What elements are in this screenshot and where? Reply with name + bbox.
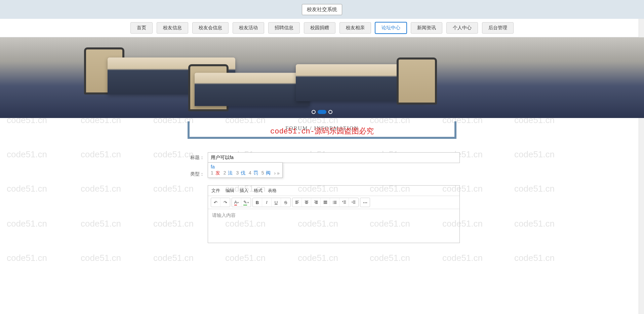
text-color-button[interactable]: A▾ — [232, 198, 241, 207]
section-title: FORUM / INFORMATION code51.cn-源码乐园盗图必究 — [188, 121, 456, 139]
ime-candidates: 1 发2 法3 伐4 罚5 阀› » — [211, 170, 280, 176]
hero-banner — [0, 37, 644, 118]
list-button[interactable] — [330, 198, 339, 207]
watermark-text: code51.cn — [81, 184, 121, 194]
bg-color-button[interactable]: ✎▾ — [241, 198, 251, 207]
scrollbar[interactable] — [639, 0, 644, 243]
nav-item[interactable]: 新闻资讯 — [411, 22, 442, 34]
align-center-button[interactable] — [302, 198, 311, 207]
align-left-button[interactable] — [292, 198, 302, 207]
ime-candidate[interactable]: 3 伐 — [236, 170, 245, 176]
nav-item[interactable]: 个人中心 — [446, 22, 478, 34]
align-justify-button[interactable] — [321, 198, 330, 207]
form-area: 标题： fa 1 发2 法3 伐4 罚5 阀› » 类型： 公开私人 文件编辑插… — [184, 152, 460, 243]
watermark-overlay: code51.cn-源码乐园盗图必究 — [190, 126, 454, 136]
top-bar: 校友社交系统 — [0, 0, 644, 19]
nav-item[interactable]: 首页 — [130, 22, 153, 34]
type-label: 类型： — [184, 171, 204, 177]
align-right-button[interactable] — [311, 198, 321, 207]
undo-button[interactable]: ↶ — [211, 198, 220, 207]
underline-button[interactable]: U — [272, 198, 281, 207]
ime-candidate[interactable]: 5 阀 — [261, 170, 271, 176]
watermark-text: code51.cn — [514, 149, 555, 160]
watermark-text: code51.cn — [7, 149, 47, 160]
svg-point-0 — [333, 201, 333, 202]
nav-item[interactable]: 招聘信息 — [268, 22, 300, 34]
svg-point-2 — [333, 203, 333, 204]
editor-menu-item[interactable]: 插入 — [240, 188, 248, 194]
watermark-text: code51.cn — [7, 219, 47, 229]
carousel-dots — [312, 110, 332, 114]
editor-body[interactable]: 请输入内容 — [208, 209, 459, 243]
title-row: 标题： fa 1 发2 法3 伐4 罚5 阀› » — [184, 152, 460, 163]
editor-menu-item[interactable]: 格式 — [254, 188, 263, 194]
editor-menu-item[interactable]: 文件 — [211, 188, 220, 194]
nav-item[interactable]: 后台管理 — [482, 22, 514, 34]
more-tools-button[interactable]: ⋯ — [360, 198, 370, 207]
nav-item[interactable]: 校友活动 — [233, 22, 264, 34]
ime-candidate[interactable]: 1 发 — [211, 170, 220, 176]
outdent-button[interactable] — [339, 198, 349, 207]
app-title: 校友社交系统 — [302, 4, 342, 15]
ime-popup: fa 1 发2 法3 伐4 罚5 阀› » — [208, 162, 283, 178]
nav-item[interactable]: 校友信息 — [157, 22, 188, 34]
bold-button[interactable]: B — [253, 198, 262, 207]
carousel-dot[interactable] — [312, 110, 316, 114]
title-label: 标题： — [184, 155, 204, 161]
editor-menu-item[interactable]: 编辑 — [226, 188, 234, 194]
nav-item[interactable]: 校友会信息 — [192, 22, 229, 34]
title-input[interactable] — [208, 152, 460, 163]
ime-typed: fa — [211, 164, 280, 169]
italic-button[interactable]: I — [262, 198, 272, 207]
carousel-dot[interactable] — [328, 110, 332, 114]
watermark-text: code51.cn — [81, 219, 121, 229]
indent-button[interactable] — [349, 198, 358, 207]
carousel-dot-active[interactable] — [318, 110, 326, 114]
ime-arrows-icon[interactable]: › » — [274, 170, 279, 176]
ime-candidate[interactable]: 2 法 — [224, 170, 233, 176]
watermark-text: code51.cn — [7, 184, 47, 194]
strike-button[interactable]: S — [281, 198, 290, 207]
editor-menu: 文件编辑插入格式表格 — [208, 186, 459, 196]
nav-item[interactable]: 校友相亲 — [339, 22, 371, 34]
watermark-text: code51.cn — [81, 149, 121, 160]
ime-candidate[interactable]: 4 罚 — [249, 170, 258, 176]
main-nav: 首页校友信息校友会信息校友活动招聘信息校园捐赠校友相亲论坛中心新闻资讯个人中心后… — [0, 19, 644, 37]
editor-menu-item[interactable]: 表格 — [268, 188, 277, 194]
nav-item[interactable]: 校园捐赠 — [304, 22, 335, 34]
svg-point-1 — [333, 202, 333, 203]
editor-toolbar: ↶ ↷ A▾ ✎▾ B I U S — [208, 196, 459, 209]
watermark-text: code51.cn — [514, 184, 555, 194]
watermark-text: code51.cn — [514, 219, 555, 229]
rich-editor: 文件编辑插入格式表格 ↶ ↷ A▾ ✎▾ B I U S — [208, 185, 460, 243]
nav-item[interactable]: 论坛中心 — [375, 22, 407, 34]
redo-button[interactable]: ↷ — [220, 198, 230, 207]
